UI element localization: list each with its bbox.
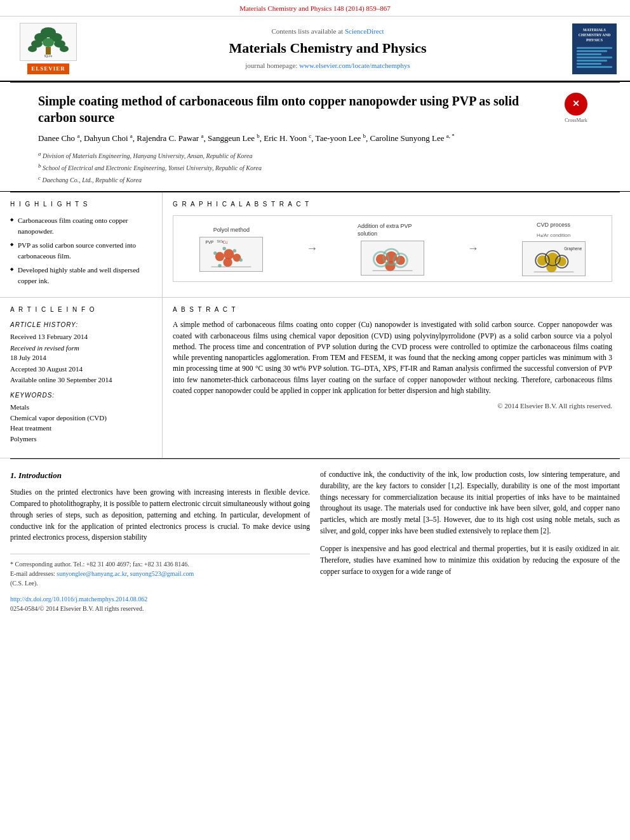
revised-date: Received in revised form 18 July 2014 bbox=[10, 343, 154, 363]
svg-text:figure: figure bbox=[44, 54, 53, 58]
header-center: Contents lists available at ScienceDirec… bbox=[86, 27, 569, 71]
journal-thumb-title: MATERIALS CHEMISTRY AND PHYSICS bbox=[575, 28, 614, 43]
intro-paragraph-3: Copper is inexpensive and has good elect… bbox=[320, 543, 620, 577]
journal-title: Materials Chemistry and Physics bbox=[86, 39, 569, 58]
ga-step-2: Addition of extra PVP solution bbox=[358, 222, 427, 276]
ga-image-3: Graphene bbox=[522, 241, 586, 276]
journal-homepage: journal homepage: www.elsevier.com/locat… bbox=[86, 61, 569, 70]
available-date: Available online 30 September 2014 bbox=[10, 375, 154, 385]
svg-point-16 bbox=[213, 251, 217, 255]
journal-url[interactable]: www.elsevier.com/locate/matchemphys bbox=[299, 62, 410, 69]
abstract-copyright: © 2014 Elsevier B.V. All rights reserved… bbox=[173, 401, 612, 411]
email-2-link[interactable]: sunyong523@gmail.com bbox=[130, 570, 194, 577]
paper-title: Simple coating method of carbonaceous fi… bbox=[38, 93, 560, 126]
highlights-col: H I G H L I G H T S Carbonaceous film co… bbox=[10, 192, 163, 297]
journal-thumbnail: MATERIALS CHEMISTRY AND PHYSICS bbox=[572, 23, 617, 74]
accepted-date: Accepted 30 August 2014 bbox=[10, 364, 154, 374]
svg-point-18 bbox=[233, 250, 236, 253]
article-info-col: A R T I C L E I N F O Article history: R… bbox=[10, 298, 163, 458]
svg-text:PVP: PVP bbox=[206, 240, 214, 244]
elsevier-logo-area: figure ELSEVIER bbox=[10, 23, 86, 74]
svg-point-15 bbox=[224, 258, 232, 267]
received-date: Received 13 February 2014 bbox=[10, 332, 154, 342]
affiliation-c: c Daechang Co., Ltd., Republic of Korea bbox=[38, 174, 592, 185]
svg-point-23 bbox=[376, 255, 386, 265]
ga-arrow-1: → bbox=[306, 241, 318, 257]
svg-point-8 bbox=[60, 46, 69, 52]
footnotes: * Corresponding author. Tel.: +82 31 400… bbox=[10, 554, 310, 613]
graphical-abstract-heading: G R A P H I C A L A B S T R A C T bbox=[173, 200, 612, 209]
graphical-abstract-col: G R A P H I C A L A B S T R A C T Polyol… bbox=[163, 192, 620, 297]
affiliation-b: b School of Electrical and Electronic En… bbox=[38, 162, 592, 173]
highlights-list: Carbonaceous film coating onto copper na… bbox=[10, 215, 154, 286]
article-history: Article history: Received 13 February 20… bbox=[10, 321, 154, 385]
authors-line: Danee Cho a, Dahyun Choi a, Rajendra C. … bbox=[38, 132, 592, 145]
journal-citation: Materials Chemistry and Physics 148 (201… bbox=[0, 0, 630, 17]
keyword-3: Heat treatment bbox=[10, 423, 154, 433]
highlight-item-3: Developed highly stable and well dispers… bbox=[10, 265, 154, 286]
crossmark-label: CrossMark bbox=[565, 117, 587, 124]
ga-step-1: Polyol method PVP Cu bbox=[196, 226, 266, 272]
elsevier-tree-logo: figure bbox=[20, 23, 77, 61]
ga-image-1: PVP Cu bbox=[199, 237, 263, 272]
svg-text:SiO₂: SiO₂ bbox=[217, 240, 224, 244]
main-content: 1. Introduction Studies on the printed e… bbox=[0, 459, 630, 623]
ga-image-2 bbox=[361, 241, 424, 276]
keywords-heading: Keywords: bbox=[10, 391, 154, 400]
highlights-section: H I G H L I G H T S Carbonaceous film co… bbox=[0, 192, 630, 298]
issn-line: 0254-0584/© 2014 Elsevier B.V. All right… bbox=[10, 604, 310, 613]
abstract-col: A B S T R A C T A simple method of carbo… bbox=[163, 298, 620, 458]
keyword-4: Polymers bbox=[10, 434, 154, 444]
corresponding-author-note: * Corresponding author. Tel.: +82 31 400… bbox=[10, 559, 310, 569]
keywords-list: Metals Chemical vapor deposition (CVD) H… bbox=[10, 403, 154, 444]
ga-step-3: CVD process H₂/Ar condition bbox=[519, 221, 589, 276]
affiliations: a Division of Materials Engineering, Han… bbox=[38, 150, 592, 185]
svg-point-4 bbox=[43, 38, 54, 47]
svg-point-19 bbox=[239, 258, 243, 262]
keyword-2: Chemical vapor deposition (CVD) bbox=[10, 413, 154, 423]
highlights-heading: H I G H L I G H T S bbox=[10, 200, 154, 209]
intro-heading: 1. Introduction bbox=[10, 469, 310, 482]
abstract-heading: A B S T R A C T bbox=[173, 305, 612, 314]
article-info-abstract-section: A R T I C L E I N F O Article history: R… bbox=[0, 298, 630, 458]
doi-link[interactable]: http://dx.doi.org/10.1016/j.matchemphys.… bbox=[10, 594, 310, 604]
intro-paragraph-2: of conductive ink, the conductivity of t… bbox=[320, 469, 620, 537]
journal-thumbnail-area: MATERIALS CHEMISTRY AND PHYSICS bbox=[569, 23, 620, 74]
ga-arrow-2: → bbox=[467, 241, 479, 257]
keywords-section: Keywords: Metals Chemical vapor depositi… bbox=[10, 391, 154, 444]
elsevier-badge: ELSEVIER bbox=[27, 63, 69, 74]
affiliation-a: a Division of Materials Engineering, Han… bbox=[38, 150, 592, 161]
article-info-heading: A R T I C L E I N F O bbox=[10, 305, 154, 314]
abstract-text: A simple method of carbonaceous films co… bbox=[173, 319, 612, 396]
history-heading: Article history: bbox=[10, 321, 154, 330]
highlight-item-2: PVP as solid carbon source converted int… bbox=[10, 240, 154, 261]
svg-point-7 bbox=[28, 46, 37, 52]
email-1-link[interactable]: sunyonglee@hanyang.ac.kr bbox=[57, 570, 126, 577]
sciencedirect-link[interactable]: ScienceDirect bbox=[345, 27, 384, 35]
author-name-note: (C.S. Lee). bbox=[10, 578, 310, 588]
crossmark-icon: ✕ bbox=[565, 93, 587, 116]
email-line: E-mail addresses: sunyonglee@hanyang.ac.… bbox=[10, 569, 310, 578]
journal-header: figure ELSEVIER Contents lists available… bbox=[0, 17, 630, 82]
graphical-abstract-box: Polyol method PVP Cu bbox=[173, 215, 612, 282]
highlight-item-1: Carbonaceous film coating onto copper na… bbox=[10, 215, 154, 236]
svg-point-25 bbox=[396, 256, 405, 265]
contents-line: Contents lists available at ScienceDirec… bbox=[86, 27, 569, 36]
intro-paragraph-1: Studies on the printed electronics have … bbox=[10, 487, 310, 543]
svg-point-17 bbox=[223, 247, 226, 250]
crossmark-badge[interactable]: ✕ CrossMark bbox=[560, 93, 592, 124]
main-right-col: of conductive ink, the conductivity of t… bbox=[320, 469, 620, 613]
main-left-col: 1. Introduction Studies on the printed e… bbox=[10, 469, 310, 613]
svg-text:Graphene: Graphene bbox=[564, 246, 582, 251]
keyword-1: Metals bbox=[10, 403, 154, 412]
paper-title-section: Simple coating method of carbonaceous fi… bbox=[0, 83, 630, 192]
